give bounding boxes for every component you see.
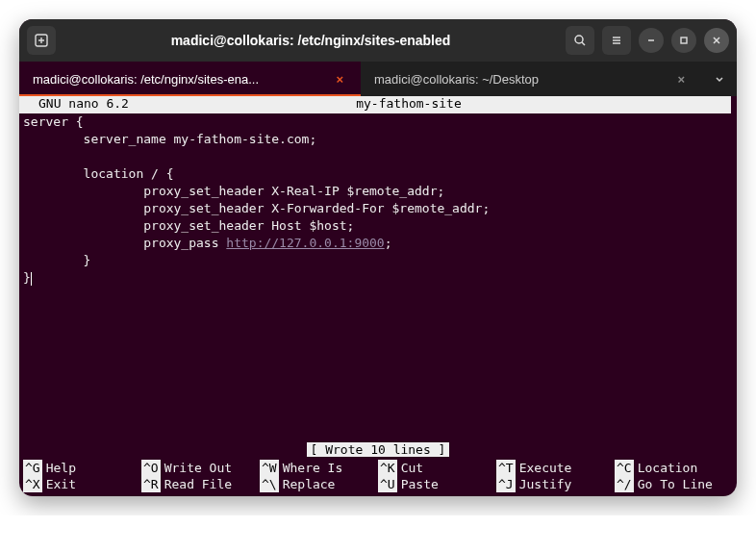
help-item: ^CLocation (615, 460, 733, 476)
tab-0[interactable]: madici@collokaris: /etc/nginx/sites-ena.… (19, 62, 361, 96)
help-item: ^/Go To Line (615, 476, 733, 492)
svg-line-4 (582, 42, 585, 45)
terminal-window: madici@collokaris: /etc/nginx/sites-enab… (19, 19, 737, 496)
nano-help-bar: ^GHelp ^OWrite Out ^WWhere Is ^KCut ^TEx… (19, 460, 737, 496)
nano-version: GNU nano 6.2 (23, 96, 129, 113)
help-item: ^RRead File (141, 476, 260, 492)
help-item: ^JJustify (496, 476, 615, 492)
url-link[interactable]: http://127.0.0.1:9000 (226, 236, 384, 250)
help-item: ^UPaste (378, 476, 496, 492)
tab-close-icon[interactable]: × (332, 72, 347, 87)
tab-dropdown-button[interactable] (702, 62, 737, 96)
window-title: madici@collokaris: /etc/nginx/sites-enab… (63, 33, 558, 48)
nano-titlebar: GNU nano 6.2 my-fathom-site (19, 96, 731, 113)
nano-filename: my-fathom-site (129, 96, 689, 113)
tabbar: madici@collokaris: /etc/nginx/sites-ena.… (19, 62, 737, 96)
nano-status-row: [ Wrote 10 lines ] (19, 442, 737, 460)
help-item: ^XExit (23, 476, 141, 492)
titlebar: madici@collokaris: /etc/nginx/sites-enab… (19, 19, 737, 62)
svg-rect-9 (681, 38, 687, 43)
editor-content[interactable]: server { server_name my-fathom-site.com;… (19, 113, 737, 442)
close-button[interactable] (704, 28, 729, 53)
help-item: ^\Replace (260, 476, 378, 492)
minimize-button[interactable] (639, 28, 664, 53)
svg-point-3 (575, 36, 583, 43)
help-item: ^KCut (378, 460, 496, 476)
menu-button[interactable] (602, 26, 631, 55)
help-item: ^OWrite Out (141, 460, 260, 476)
help-item: ^GHelp (23, 460, 141, 476)
tab-label: madici@collokaris: ~/Desktop (374, 72, 664, 87)
help-item: ^WWhere Is (260, 460, 378, 476)
help-item: ^TExecute (496, 460, 615, 476)
search-button[interactable] (566, 26, 594, 55)
nano-status-message: [ Wrote 10 lines ] (307, 442, 450, 457)
tab-label: madici@collokaris: /etc/nginx/sites-ena.… (33, 72, 322, 87)
new-tab-button[interactable] (27, 26, 56, 55)
maximize-button[interactable] (671, 28, 696, 53)
tab-close-icon[interactable]: × (673, 72, 689, 87)
text-cursor (31, 272, 32, 286)
tab-1[interactable]: madici@collokaris: ~/Desktop × (361, 62, 702, 96)
